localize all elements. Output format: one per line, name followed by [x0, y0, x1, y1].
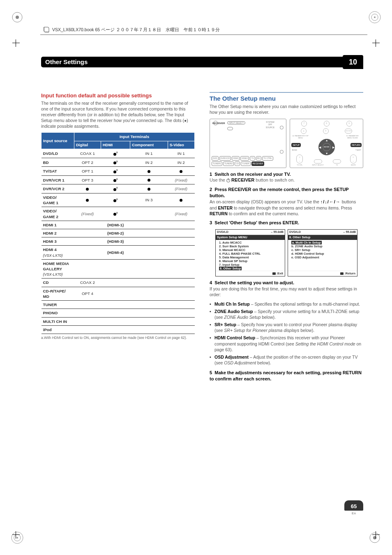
- left-heading: Input function default and possible sett…: [41, 92, 195, 99]
- dpad: ENTER ▲ ▼ ◀ ▶: [318, 139, 335, 155]
- dpad-enter: ENTER: [323, 143, 331, 151]
- small-circle-icon: [280, 150, 284, 154]
- right-intro: The Other Setup menu is where you can ma…: [210, 104, 363, 115]
- remote-btn-blank: [227, 127, 233, 131]
- page-number-value: 65: [344, 500, 363, 511]
- num-7-icon: 7: [301, 121, 307, 127]
- osd-return: :Return: [344, 272, 355, 275]
- dot-btn-icon: •: [301, 128, 307, 134]
- remote-btn-input-select: INPUT SELECT: [227, 121, 245, 125]
- label-a-parameter: A. PARAMETER TOP MENU: [292, 135, 309, 139]
- right-heading: The Other Setup menu: [210, 94, 363, 103]
- osd-list-2: a. Multi Ch In Setupb. ZONE Audio Setupc…: [288, 240, 357, 271]
- svg-point-4: [374, 16, 376, 18]
- osd-item: a. Multi Ch In Setup: [291, 241, 355, 244]
- th-digital: Digital: [74, 141, 101, 149]
- table-row: HDMI 4(VSX-LX70)(HDMI-4): [42, 246, 195, 259]
- book-icon: [43, 26, 50, 33]
- remote-bottom-strip: +−TV VOLINPUT SELECTTV+−MUTE: [292, 154, 361, 166]
- chapter-title: Other Settings: [45, 58, 88, 66]
- svg-point-1: [16, 16, 19, 19]
- remote-source-btn: TV: [250, 156, 255, 161]
- return-icon: [340, 272, 344, 275]
- remote-strip-btn: +−MUTE: [350, 154, 357, 166]
- osd-item: e. OSD Adjustment: [291, 256, 355, 259]
- table-row: DVR/VCR 2a(Fixed): [42, 184, 195, 193]
- label-band: BAND: [292, 149, 297, 152]
- table-row: HOME MEDIA GALLERY(VSX-LX70): [42, 259, 195, 279]
- th-svideo: S-Video: [168, 141, 194, 149]
- remote-panel-left: RECEIVER INPUT SELECT SYSTEM OFF SOURCE …: [210, 119, 286, 168]
- settings-bullet-list: Multi Ch In Setup – Specifies the option…: [210, 301, 363, 366]
- book-header-text: VSX_LX60LX70.book 65 ページ ２００７年７月１８日 水曜日 …: [52, 27, 220, 32]
- osd-item: 8. Other Setup: [219, 267, 283, 270]
- remote-source-btn: TUNER: [241, 161, 250, 166]
- osd-level: – 55.0dB: [271, 230, 284, 234]
- list-item: HDMI Control Setup – Synchronizes this r…: [214, 335, 363, 352]
- source-power-icon: [280, 126, 284, 129]
- step-3: 3 Select 'Other Setup' then press ENTER.: [210, 220, 363, 226]
- table-row: TUNER: [42, 301, 195, 309]
- osd-exit: :Exit: [277, 272, 283, 275]
- table-row: MULTI CH IN: [42, 317, 195, 325]
- table-row: HDMI 1(HDMI-1): [42, 221, 195, 229]
- step-5: 5 Make the adjustments necessary for eac…: [210, 370, 363, 382]
- crop-mark: [12, 531, 20, 539]
- table-row: VIDEO/GAME 2(Fixed)a(Fixed): [42, 207, 195, 221]
- th-input-terminals: Input Terminals: [74, 133, 195, 141]
- osd-item: 4. FULL BAND PHASE CTRL: [219, 252, 283, 256]
- th-input-source: Input source: [42, 133, 74, 149]
- crop-mark: [372, 531, 380, 539]
- list-item: SR+ Setup – Specify how you want to cont…: [214, 322, 363, 333]
- osd-system-setup: DVD/LD– 55.0dB System Setup MENU 1. Auto…: [215, 229, 285, 276]
- remote-diagram: RECEIVER INPUT SELECT SYSTEM OFF SOURCE …: [210, 119, 363, 168]
- table-row: DVD/LDCOAX 1aIN 1IN 1: [42, 149, 195, 158]
- osd-item: b. ZONE Audio Setup: [291, 244, 355, 248]
- step-2: 2 Press RECEIVER on the remote control, …: [210, 187, 363, 199]
- section-rule: [210, 92, 363, 93]
- book-header-line: VSX_LX60LX70.book 65 ページ ２００７年７月１８日 水曜日 …: [43, 26, 220, 33]
- remote-source-buttons: DVDDVR/VCRHDMIVIDEOTVBDTV CTRLTUNER1TUNE…: [212, 156, 284, 166]
- osd-list-1: 1. Auto MCACC2. Surr Back System3. Manua…: [216, 240, 285, 271]
- chapter-titlebar: Other Settings: [41, 57, 363, 67]
- table-footnote: a.With HDMI Control set to ON, assignmen…: [41, 336, 195, 340]
- remote-source-btn: RECEIVER: [251, 161, 265, 166]
- remote-source-btn: BD: [256, 156, 261, 161]
- remote-source-btn: TUNER2: [223, 161, 234, 166]
- crop-mark: [12, 39, 20, 47]
- osd-item: 7. Input Setup: [219, 263, 283, 267]
- table-row: CD-R/TAPE/MDOPT 4: [42, 287, 195, 300]
- remote-source-btn: DVR/VCR: [219, 156, 231, 161]
- th-hdmi: HDMI: [101, 141, 130, 149]
- table-row: HDMI 3(HDMI-3): [42, 237, 195, 246]
- osd-level: – 55.0dB: [343, 230, 356, 234]
- osd-title-1: System Setup MENU: [216, 235, 285, 240]
- remote-panel-right: 7 8 9 • 0 ENTER A. PARAMETER TOP MENU B.…: [290, 119, 363, 168]
- remote-source-btn: TUNER1: [212, 161, 222, 166]
- step-4-desc: If you are doing this for the first time…: [210, 286, 363, 297]
- input-terminals-table: Input source Input Terminals Digital HDM…: [41, 132, 195, 334]
- power-icon: [213, 121, 218, 125]
- osd-item: c. SR+ Setup: [291, 248, 355, 252]
- remote-label-system: SYSTEM OFF SOURCE: [264, 121, 276, 129]
- table-row: TV/SATOPT 1a: [42, 167, 195, 175]
- label-tedit: T.EDIT: [355, 149, 361, 152]
- osd-src: DVD/LD: [289, 230, 301, 234]
- osd-item: 6. Manual SP Setup: [219, 259, 283, 263]
- return-button: RETURN: [350, 143, 362, 147]
- setup-button: SETUP: [291, 143, 301, 147]
- table-row: PHONO: [42, 309, 195, 317]
- page-lang: En: [344, 511, 363, 516]
- table-row: VIDEO/GAME 1aIN 3: [42, 193, 195, 207]
- registration-corner-ur: [367, 9, 383, 25]
- table-row: CDCOAX 2: [42, 279, 195, 287]
- label-b-parameter: B. PARAMETER MENU GUIDE: [344, 135, 361, 139]
- list-item: Multi Ch In Setup – Specifies the option…: [214, 301, 363, 307]
- remote-source-btn: HDMI: [232, 156, 240, 161]
- table-row: HDMI 2(HDMI-2): [42, 229, 195, 237]
- th-component: Component: [130, 141, 168, 149]
- num-9-icon: 9: [346, 121, 352, 127]
- osd-other-setup: DVD/LD– 55.0dB 8. Other Setup a. Multi C…: [288, 229, 357, 276]
- registration-corner-ul: [9, 9, 25, 25]
- step-1: 1 Switch on the receiver and your TV. Us…: [210, 171, 363, 184]
